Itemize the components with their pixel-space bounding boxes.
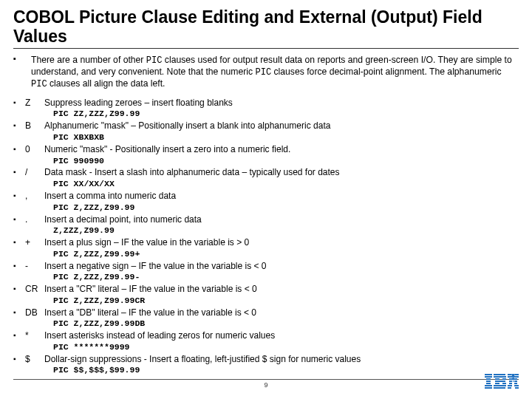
list-item: ▪-Insert a negative sign – IF the value … <box>13 261 519 284</box>
item-description: Numeric "mask" - Positionally insert a z… <box>44 144 519 167</box>
bullet-icon: ▪ <box>13 307 25 317</box>
item-desc-text: Alphanumeric "mask" – Positionally inser… <box>44 120 330 131</box>
item-symbol: $ <box>25 354 44 366</box>
item-description: Data mask - Insert a slash into alphanum… <box>44 167 519 190</box>
item-symbol: * <box>25 330 44 342</box>
svg-rect-15 <box>494 387 505 389</box>
item-symbol: CR <box>25 284 44 296</box>
item-pic-clause: PIC XX/XX/XX <box>44 179 519 190</box>
svg-rect-22 <box>509 381 512 382</box>
list-item: ▪BAlphanumeric "mask" – Positionally ins… <box>13 120 519 143</box>
item-desc-text: Dollar-sign suppressions - Insert a floa… <box>44 354 361 364</box>
svg-rect-1 <box>485 376 492 378</box>
svg-rect-0 <box>485 374 492 375</box>
item-symbol: , <box>25 191 44 202</box>
svg-rect-9 <box>495 378 499 380</box>
item-pic-clause: Z,ZZZ,Z99.99 <box>44 225 519 236</box>
svg-rect-12 <box>495 383 499 384</box>
item-pic-clause: PIC Z,ZZZ,Z99.99+ <box>44 249 519 260</box>
item-pic-clause: PIC Z,ZZZ,Z99.99DB <box>44 318 519 330</box>
svg-rect-10 <box>502 378 506 380</box>
bullet-icon: ▪ <box>13 214 25 224</box>
item-symbol: B <box>25 120 44 132</box>
slide: COBOL Picture Clause Editing and Externa… <box>0 0 532 399</box>
ibm-logo <box>485 374 519 389</box>
list-item: ▪CRInsert a "CR" literal – IF the value … <box>13 284 519 307</box>
bullet-icon: ▪ <box>13 237 25 247</box>
bullet-icon: ▪ <box>13 191 25 200</box>
svg-rect-13 <box>502 383 506 384</box>
list-item: ▪/Data mask - Insert a slash into alphan… <box>13 167 519 190</box>
svg-rect-18 <box>508 376 512 378</box>
page-title: COBOL Picture Clause Editing and Externa… <box>13 7 519 49</box>
svg-rect-26 <box>514 383 517 384</box>
intro-pre: There are a number of other <box>31 55 146 65</box>
intro-pic-term: PIC <box>256 67 272 78</box>
list-item: ▪$Dollar-sign suppressions - Insert a fl… <box>13 354 519 377</box>
item-pic-clause: PIC ZZ,ZZZ,Z99.99 <box>44 109 519 120</box>
svg-rect-3 <box>486 381 491 382</box>
item-desc-text: Insert a "CR" literal – IF the value in … <box>44 284 257 294</box>
item-symbol: DB <box>25 307 44 319</box>
list-item: ▪*Insert asterisks instead of leading ze… <box>13 330 519 353</box>
page-number: 9 <box>264 380 267 389</box>
svg-rect-4 <box>486 383 491 384</box>
item-symbol: - <box>25 261 44 273</box>
item-description: Insert a "CR" literal – IF the value in … <box>44 284 519 307</box>
svg-rect-14 <box>494 385 506 386</box>
intro-mid2: clauses force decimal-point alignment. T… <box>271 66 501 77</box>
svg-rect-11 <box>495 381 505 382</box>
intro-text: There are a number of other PIC clauses … <box>31 55 519 90</box>
items-list: ▪ZSuppress leading zeroes – insert float… <box>13 98 519 376</box>
item-desc-text: Insert a decimal point, into numeric dat… <box>44 214 202 225</box>
svg-rect-17 <box>515 374 519 375</box>
intro-pic-term: PIC <box>31 79 47 89</box>
intro-pic-term: PIC <box>146 55 163 66</box>
item-description: Insert a negative sign – IF the value in… <box>44 261 519 284</box>
item-pic-clause: PIC XBXBXB <box>44 132 519 143</box>
svg-rect-30 <box>515 387 519 389</box>
footer-line: 9 <box>13 379 519 396</box>
item-symbol: . <box>25 214 44 226</box>
item-description: Alphanumeric "mask" – Positionally inser… <box>44 120 519 143</box>
svg-rect-2 <box>486 378 491 380</box>
svg-rect-5 <box>485 385 492 386</box>
item-pic-clause: PIC $$,$$$,$99.99 <box>44 365 519 376</box>
bullet-icon: ▪ <box>13 167 25 177</box>
svg-rect-20 <box>509 378 513 380</box>
svg-rect-29 <box>508 387 511 389</box>
bullet-icon: ▪ <box>13 354 25 364</box>
item-desc-text: Insert asterisks instead of leading zero… <box>44 330 275 341</box>
bullet-icon: ▪ <box>13 284 25 293</box>
bullet-icon: ▪ <box>13 144 25 154</box>
item-description: Suppress leading zeroes – insert floatin… <box>44 98 519 120</box>
svg-rect-6 <box>485 387 492 389</box>
intro-bullet: ▪ There are a number of other PIC clause… <box>13 55 519 90</box>
intro-post: clauses all align the data left. <box>47 78 166 89</box>
list-item: ▪.Insert a decimal point, into numeric d… <box>13 214 519 237</box>
item-desc-text: Numeric "mask" - Positionally insert a z… <box>44 144 290 154</box>
svg-rect-25 <box>509 383 512 384</box>
svg-rect-16 <box>508 374 511 375</box>
list-item: ▪0Numeric "mask" - Positionally insert a… <box>13 144 519 167</box>
svg-rect-21 <box>514 378 517 380</box>
item-description: Insert asterisks instead of leading zero… <box>44 330 519 353</box>
bullet-icon: ▪ <box>13 261 25 270</box>
svg-rect-23 <box>513 381 514 382</box>
item-desc-text: Data mask - Insert a slash into alphanum… <box>44 167 340 177</box>
svg-rect-7 <box>494 374 505 375</box>
item-description: Dollar-sign suppressions - Insert a floa… <box>44 354 519 377</box>
bullet-icon: ▪ <box>13 330 25 340</box>
list-item: ▪,Insert a comma into numeric dataPIC Z,… <box>13 191 519 214</box>
item-description: Insert a decimal point, into numeric dat… <box>44 214 519 237</box>
bullet-icon: ▪ <box>13 55 21 63</box>
item-desc-text: Insert a "DB" literal – IF the value in … <box>44 307 256 318</box>
svg-rect-27 <box>508 385 512 386</box>
item-symbol: + <box>25 237 44 249</box>
item-description: Insert a "DB" literal – IF the value in … <box>44 307 519 330</box>
item-description: Insert a comma into numeric dataPIC Z,ZZ… <box>44 191 519 214</box>
item-symbol: Z <box>25 98 44 109</box>
item-desc-text: Insert a negative sign – IF the value in… <box>44 261 267 271</box>
bullet-icon: ▪ <box>13 98 25 107</box>
svg-rect-24 <box>514 381 517 382</box>
